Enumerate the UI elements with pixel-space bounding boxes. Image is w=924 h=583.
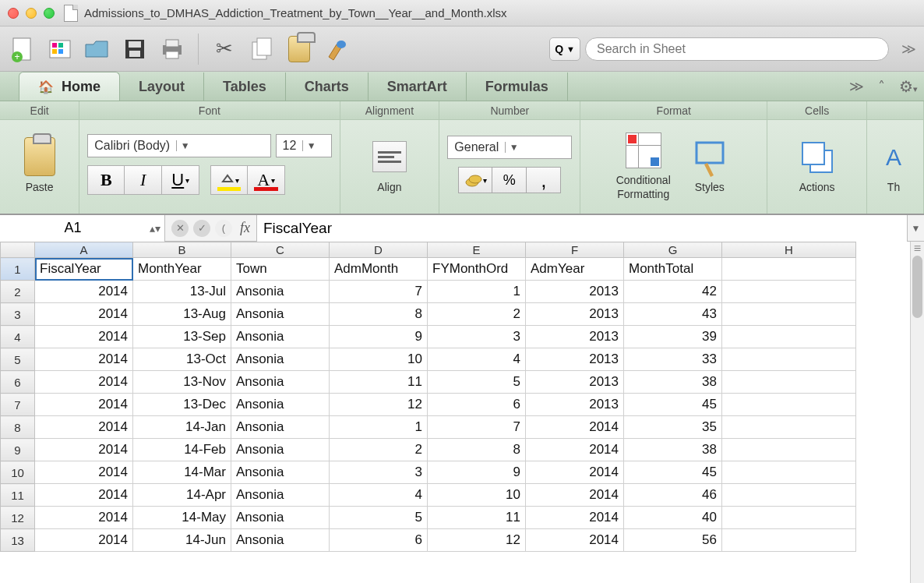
col-header-F[interactable]: F <box>526 242 624 258</box>
formula-expand-icon[interactable]: ▼ <box>907 215 924 242</box>
expand-toolbar-icon[interactable]: ≫ <box>901 41 916 58</box>
cell-G11[interactable]: 46 <box>624 484 722 507</box>
cell-E8[interactable]: 7 <box>428 416 526 439</box>
tab-layout[interactable]: Layout <box>120 72 204 101</box>
cut-icon[interactable]: ✂ <box>210 34 239 65</box>
cell-A9[interactable]: 2014 <box>35 439 133 461</box>
cell-H13[interactable] <box>722 529 856 552</box>
cell-F6[interactable]: 2013 <box>526 371 624 394</box>
open-folder-icon[interactable] <box>83 34 112 65</box>
cell-E2[interactable]: 1 <box>428 281 526 303</box>
cell-G7[interactable]: 45 <box>624 394 722 416</box>
cell-C11[interactable]: Ansonia <box>231 484 330 507</box>
print-icon[interactable] <box>157 34 187 65</box>
search-scope-button[interactable]: Q▼ <box>549 37 580 61</box>
cell-E3[interactable]: 2 <box>428 303 526 326</box>
cell-A5[interactable]: 2014 <box>35 348 133 371</box>
cell-E9[interactable]: 8 <box>428 439 526 461</box>
underline-button[interactable]: U▾ <box>162 165 199 195</box>
cell-H2[interactable] <box>722 281 856 303</box>
number-format-combo[interactable]: General▼ <box>447 136 572 159</box>
cell-H4[interactable] <box>722 326 856 348</box>
templates-icon[interactable] <box>45 34 75 65</box>
percent-button[interactable]: % <box>492 167 527 193</box>
gear-icon[interactable]: ⚙▾ <box>899 77 918 96</box>
cell-B9[interactable]: 14-Feb <box>133 439 231 461</box>
cell-B8[interactable]: 14-Jan <box>133 416 231 439</box>
fx-icon[interactable]: fx <box>240 220 250 236</box>
cell-H5[interactable] <box>722 348 856 371</box>
row-header-1[interactable]: 1 <box>1 258 35 281</box>
name-box[interactable]: A1 ▴▾ <box>0 215 165 242</box>
cell-E11[interactable]: 10 <box>428 484 526 507</box>
row-header-11[interactable]: 11 <box>1 484 35 507</box>
cell-C13[interactable]: Ansonia <box>231 529 330 552</box>
cell-G3[interactable]: 43 <box>624 303 722 326</box>
cell-H3[interactable] <box>722 303 856 326</box>
paste-icon[interactable] <box>284 34 314 65</box>
cell-H9[interactable] <box>722 439 856 461</box>
cell-D6[interactable]: 11 <box>330 371 428 394</box>
cell-E6[interactable]: 5 <box>428 371 526 394</box>
row-header-7[interactable]: 7 <box>1 394 35 416</box>
cell-A7[interactable]: 2014 <box>35 394 133 416</box>
cell-B11[interactable]: 14-Apr <box>133 484 231 507</box>
cell-B1[interactable]: MonthYear <box>133 258 231 281</box>
cell-G5[interactable]: 33 <box>624 348 722 371</box>
cell-H7[interactable] <box>722 394 856 416</box>
row-header-8[interactable]: 8 <box>1 416 35 439</box>
row-header-3[interactable]: 3 <box>1 303 35 326</box>
cell-H8[interactable] <box>722 416 856 439</box>
row-header-5[interactable]: 5 <box>1 348 35 371</box>
cell-E10[interactable]: 9 <box>428 461 526 484</box>
cell-F9[interactable]: 2014 <box>526 439 624 461</box>
formula-dropdown-icon[interactable]: ( <box>215 220 232 237</box>
cell-E13[interactable]: 12 <box>428 529 526 552</box>
cell-G13[interactable]: 56 <box>624 529 722 552</box>
cell-D12[interactable]: 5 <box>330 507 428 529</box>
col-header-B[interactable]: B <box>133 242 231 258</box>
cell-G2[interactable]: 42 <box>624 281 722 303</box>
cell-C1[interactable]: Town <box>231 258 330 281</box>
cell-G8[interactable]: 35 <box>624 416 722 439</box>
cell-C8[interactable]: Ansonia <box>231 416 330 439</box>
vertical-scrollbar[interactable]: ≡ <box>910 242 924 583</box>
cell-F7[interactable]: 2013 <box>526 394 624 416</box>
tab-home[interactable]: 🏠 Home <box>19 72 120 101</box>
col-header-A[interactable]: A <box>35 242 133 258</box>
cell-C7[interactable]: Ansonia <box>231 394 330 416</box>
cell-D7[interactable]: 12 <box>330 394 428 416</box>
row-header-13[interactable]: 13 <box>1 529 35 552</box>
minimize-button[interactable] <box>26 8 37 19</box>
cell-D3[interactable]: 8 <box>330 303 428 326</box>
more-tabs-icon[interactable]: ≫ <box>849 78 864 95</box>
row-header-4[interactable]: 4 <box>1 326 35 348</box>
cell-C2[interactable]: Ansonia <box>231 281 330 303</box>
styles-button[interactable]: Styles <box>688 136 732 193</box>
cell-B12[interactable]: 14-May <box>133 507 231 529</box>
align-button[interactable]: Align <box>370 136 409 193</box>
cell-C6[interactable]: Ansonia <box>231 371 330 394</box>
cell-B5[interactable]: 13-Oct <box>133 348 231 371</box>
paste-button[interactable]: Paste <box>20 136 59 193</box>
cell-H11[interactable] <box>722 484 856 507</box>
cell-G6[interactable]: 38 <box>624 371 722 394</box>
themes-button[interactable]: A Th <box>872 136 915 193</box>
cell-H1[interactable] <box>722 258 856 281</box>
cell-E4[interactable]: 3 <box>428 326 526 348</box>
row-header-12[interactable]: 12 <box>1 507 35 529</box>
cell-D13[interactable]: 6 <box>330 529 428 552</box>
font-color-button[interactable]: A▾ <box>248 165 285 195</box>
cell-E12[interactable]: 11 <box>428 507 526 529</box>
cell-B7[interactable]: 13-Dec <box>133 394 231 416</box>
col-header-D[interactable]: D <box>330 242 428 258</box>
grid[interactable]: ABCDEFGH1FiscalYearMonthYearTownAdmMonth… <box>0 242 910 583</box>
italic-button[interactable]: I <box>125 165 162 195</box>
cell-D11[interactable]: 4 <box>330 484 428 507</box>
cell-C12[interactable]: Ansonia <box>231 507 330 529</box>
cell-A1[interactable]: FiscalYear <box>35 258 133 281</box>
cell-B6[interactable]: 13-Nov <box>133 371 231 394</box>
tab-tables[interactable]: Tables <box>204 72 286 101</box>
cell-C3[interactable]: Ansonia <box>231 303 330 326</box>
cell-H10[interactable] <box>722 461 856 484</box>
